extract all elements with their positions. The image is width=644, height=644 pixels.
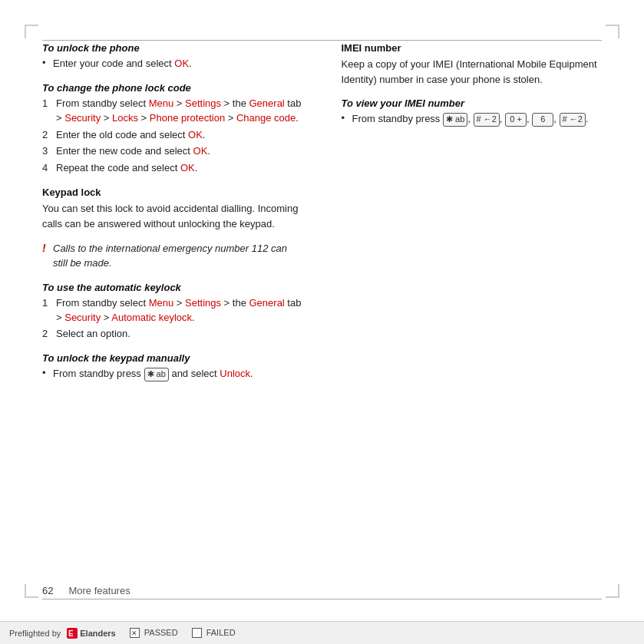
menu-link: Menu [149,297,174,309]
ok-link: OK [193,145,208,157]
top-divider [42,40,602,41]
list-item: 4 Repeat the code and select OK. [42,161,303,176]
keypad-lock-paragraph: You can set this lock to avoid accidenta… [42,201,303,231]
section-unlock-keypad-manually: To unlock the keypad manually • From sta… [42,352,303,381]
list-num: 1 [42,296,51,325]
unlock-phone-text: Enter your code and select OK. [53,57,192,71]
bullet-dot: • [42,367,48,381]
right-column: IMEI number Keep a copy of your IMEI (In… [334,42,603,575]
list-num: 4 [42,161,51,176]
keypad-lock-heading: Keypad lock [42,187,303,198]
bullet-dot: • [42,57,48,71]
view-imei-heading: To view your IMEI number [342,97,603,109]
imei-heading: IMEI number [342,42,603,54]
unlock-link: Unlock [220,368,250,379]
list-item-text: From standby select Menu > Settings > th… [56,296,303,325]
six-key: 6 [532,113,553,127]
imei-paragraph: Keep a copy of your IMEI (International … [342,57,603,87]
failed-checkbox [192,628,202,638]
svg-text:E: E [68,629,74,638]
list-item: 1 From standby select Menu > Settings > … [42,296,303,325]
bullet-dot: • [342,112,348,127]
page: To unlock the phone • Enter your code an… [0,0,644,644]
settings-link: Settings [185,297,221,309]
content-area: To unlock the phone • Enter your code an… [42,42,602,575]
list-item: 2 Select an option. [42,327,303,342]
ok-link: OK [180,162,195,173]
failed-label: FAILED [206,628,236,637]
unlock-phone-bullet: • Enter your code and select OK. [42,57,303,71]
security-link: Security [64,112,101,124]
zero-plus-key: 0 + [505,113,527,127]
list-num: 3 [42,144,51,159]
automatic-keylock-heading: To use the automatic keylock [42,282,303,293]
page-number-area: 62 More features [42,585,130,596]
passed-status: ✕ PASSED [130,628,178,639]
corner-mark-br [606,584,619,598]
section-warning: ! Calls to the international emergency n… [42,242,303,271]
settings-link: Settings [185,97,221,109]
star-key: ✱ ab [144,368,169,381]
section-change-lock-code: To change the phone lock code 1 From sta… [42,82,303,176]
list-num: 2 [42,327,51,342]
change-code-link: Change code [236,112,296,124]
list-item-text: From standby select Menu > Settings > th… [56,97,303,126]
failed-status: FAILED [192,628,236,639]
warning-icon: ! [42,242,48,271]
list-item: 1 From standby select Menu > Settings > … [42,97,303,126]
section-automatic-keylock: To use the automatic keylock 1 From stan… [42,282,303,342]
elanders-icon: E [67,628,78,639]
unlock-keypad-text: From standby press ✱ ab and select Unloc… [53,367,253,381]
corner-mark-tr [606,25,619,38]
warning-text: Calls to the international emergency num… [53,242,303,271]
list-item: 2 Enter the old code and select OK. [42,128,303,143]
star-ab-key: ✱ ab [443,113,467,127]
elanders-logo: E Elanders [67,628,115,639]
passed-label: PASSED [144,628,178,637]
general-link: General [249,297,285,309]
preflighted-label: Preflighted by [9,629,61,638]
unlock-keypad-bullet: • From standby press ✱ ab and select Unl… [42,367,303,381]
locks-link: Locks [112,112,138,124]
preflighted-bar: Preflighted by E Elanders ✕ PASSED FAILE… [0,621,644,644]
list-item-text: Enter the new code and select OK. [56,144,210,159]
list-item-text: Enter the old code and select OK. [56,128,205,143]
list-num: 2 [42,128,51,143]
section-view-imei: To view your IMEI number • From standby … [342,97,603,127]
automatic-keylock-list: 1 From standby select Menu > Settings > … [42,296,303,342]
list-num: 1 [42,97,51,126]
view-imei-text: From standby press ✱ ab, # ←2, 0 +, 6, #… [352,112,589,127]
general-link: General [249,97,285,109]
passed-checkbox: ✕ [130,628,140,638]
list-item: 3 Enter the new code and select OK. [42,144,303,159]
corner-mark-tl [25,25,38,38]
section-unlock-phone: To unlock the phone • Enter your code an… [42,42,303,71]
security-link: Security [64,312,101,323]
bottom-divider [42,599,602,599]
corner-mark-bl [25,584,38,598]
unlock-phone-heading: To unlock the phone [42,42,303,54]
list-item-text: Select an option. [56,327,130,342]
hash-2b-key: # ←2 [560,113,586,127]
phone-protection-link: Phone protection [150,112,225,124]
automatic-keylock-link: Automatic keylock [111,312,192,323]
hash-2-key: # ←2 [474,113,500,127]
left-column: To unlock the phone • Enter your code an… [42,42,311,575]
section-label: More features [68,585,130,596]
section-keypad-lock: Keypad lock You can set this lock to avo… [42,187,303,231]
unlock-keypad-manually-heading: To unlock the keypad manually [42,352,303,364]
list-item-text: Repeat the code and select OK. [56,161,197,176]
menu-link: Menu [149,97,174,109]
change-lock-code-list: 1 From standby select Menu > Settings > … [42,97,303,176]
warning-item: ! Calls to the international emergency n… [42,242,303,271]
ok-link: OK [188,129,203,140]
page-number: 62 [42,585,53,596]
brand-name: Elanders [80,629,115,638]
section-imei: IMEI number Keep a copy of your IMEI (In… [342,42,603,87]
view-imei-bullet: • From standby press ✱ ab, # ←2, 0 +, 6,… [342,112,603,127]
change-lock-code-heading: To change the phone lock code [42,82,303,94]
ok-link: OK [174,58,189,69]
